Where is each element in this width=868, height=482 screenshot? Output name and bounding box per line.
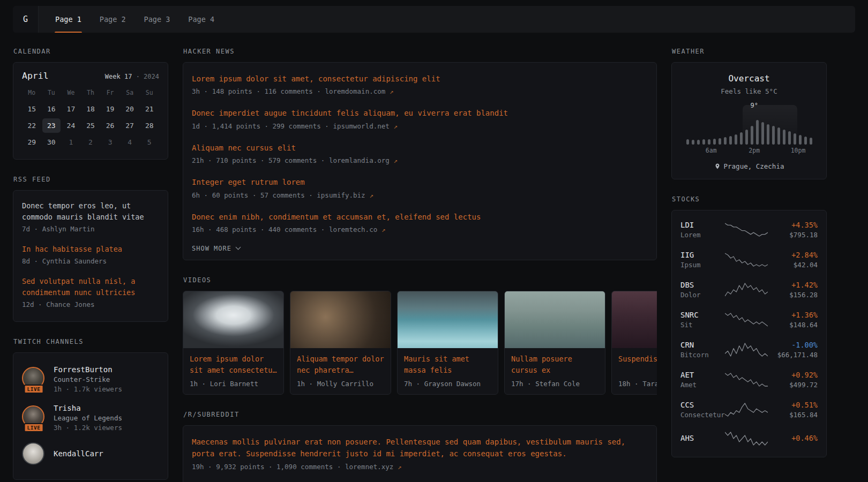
- stock-change: +4.35%: [768, 221, 818, 229]
- video-thumbnail: [183, 291, 283, 348]
- page-tab[interactable]: Page 3: [135, 6, 179, 33]
- weekday-label: Mo: [22, 89, 42, 101]
- stock-sparkline: [725, 282, 768, 298]
- stock-row[interactable]: SNRC Sit +1.36% $148.64: [680, 305, 818, 335]
- calendar-day: 27: [121, 118, 139, 133]
- video-title[interactable]: Aliquam tempor dolor nec pharetra…: [297, 353, 384, 376]
- calendar-day: 17: [62, 102, 80, 116]
- video-title[interactable]: Lorem ipsum dolor sit amet consectetu…: [190, 353, 277, 376]
- separator-dot: ·: [309, 191, 317, 199]
- time-label: 10pm: [791, 147, 806, 154]
- calendar-day: 29: [23, 135, 41, 149]
- video-card[interactable]: Mauris sit amet massa felis 7h · Grayson…: [397, 291, 498, 395]
- channel-game: League of Legends: [54, 414, 122, 422]
- video-card[interactable]: Nullam posuere cursus ex 17h · Stefan Co…: [504, 291, 605, 395]
- app-logo[interactable]: G: [13, 6, 39, 33]
- video-title[interactable]: Nullam posuere cursus ex: [511, 353, 598, 376]
- item-stats: 21h · 710 points · 579 comments: [192, 156, 317, 164]
- rss-item-meta: 7d · Ashlyn Martin: [22, 225, 159, 233]
- stock-row[interactable]: CCS Consectetur +0.51% $165.84: [680, 395, 818, 425]
- calendar-day: 3: [101, 135, 119, 149]
- source-link[interactable]: loremlandia.org: [329, 156, 390, 164]
- calendar-header: April Week 17 · 2024: [22, 71, 159, 81]
- stock-change: +1.36%: [768, 311, 818, 319]
- stock-sparkline: [725, 342, 768, 358]
- stock-row[interactable]: AET Amet +0.92% $499.72: [680, 365, 818, 395]
- videos-widget: VIDEOS Lorem ipsum dolor sit amet consec…: [183, 276, 657, 395]
- source-link[interactable]: ipsumworld.net: [333, 122, 389, 130]
- source-link[interactable]: loremdomain.com: [325, 87, 385, 95]
- calendar-day: 21: [140, 102, 159, 116]
- page-tab[interactable]: Page 2: [91, 6, 135, 33]
- video-title[interactable]: Mauris sit amet massa felis: [404, 353, 491, 376]
- source-link[interactable]: ipsumify.biz: [317, 191, 365, 199]
- hackernews-section-title: HACKER NEWS: [183, 48, 657, 55]
- stock-price: $795.18: [768, 231, 818, 239]
- rss-item-title[interactable]: In hac habitasse platea: [22, 244, 159, 255]
- twitch-channel-row[interactable]: KendallCarr: [22, 437, 159, 472]
- page-tab[interactable]: Page 1: [46, 6, 91, 33]
- rss-item-title[interactable]: Donec tempor eros leo, ut commodo mauris…: [22, 200, 159, 223]
- hackernews-item-title[interactable]: Donec enim nibh, condimentum et accumsan…: [192, 211, 648, 223]
- stock-row[interactable]: LDI Lorem +4.35% $795.18: [680, 215, 818, 245]
- video-thumbnail: [505, 291, 605, 348]
- stock-name: Sit: [680, 321, 725, 329]
- weather-bar: [740, 132, 743, 145]
- external-link-icon: ↗: [393, 156, 398, 164]
- video-card[interactable]: Lorem ipsum dolor sit amet consectetu… 1…: [183, 291, 284, 395]
- video-title[interactable]: Suspendisse diam: [618, 353, 657, 376]
- hackernews-show-more-button[interactable]: SHOW MORE: [192, 245, 240, 252]
- weather-hourly-chart: 9° 6am 2pm 10pm: [684, 105, 814, 154]
- hackernews-item-title[interactable]: Aliquam nec cursus elit: [192, 142, 648, 154]
- stock-change: -1.00%: [768, 341, 818, 349]
- page-tab[interactable]: Page 4: [179, 6, 223, 33]
- source-link[interactable]: loremnet.xyz: [345, 463, 393, 471]
- stock-name: Consectetur: [680, 411, 725, 419]
- hackernews-item-title[interactable]: Donec imperdiet augue tincidunt felis al…: [192, 107, 648, 119]
- stock-ticker: CCS: [680, 401, 725, 409]
- stock-row[interactable]: DBS Dolor +1.42% $156.28: [680, 275, 818, 305]
- stock-sparkline: [725, 431, 768, 447]
- stock-row[interactable]: CRN Bitcorn -1.00% $66,171.48: [680, 335, 818, 365]
- stock-ticker: CRN: [680, 341, 725, 349]
- videos-row: Lorem ipsum dolor sit amet consectetu… 1…: [183, 291, 657, 395]
- stock-change: +0.92%: [768, 371, 818, 379]
- source-link[interactable]: loremtech.co: [329, 225, 377, 234]
- twitch-channel-row[interactable]: LIVE Trisha League of Legends 3h · 1.2k …: [22, 398, 159, 437]
- stock-change: +2.84%: [768, 251, 818, 259]
- stock-id: AET Amet: [680, 371, 725, 389]
- item-stats: 19h · 9,932 points · 1,090 comments: [192, 463, 333, 471]
- stock-price: $165.84: [768, 411, 818, 419]
- twitch-channel-row[interactable]: LIVE ForrestBurton Counter-Strike 1h · 1…: [22, 360, 159, 398]
- rss-item-title[interactable]: Sed volutpat nulla nisl, a condimentum n…: [22, 276, 159, 298]
- video-card[interactable]: Suspendisse diam 18h · Tara: [611, 291, 657, 395]
- subreddit-item-title[interactable]: Maecenas mollis pulvinar erat non posuer…: [192, 436, 648, 460]
- rss-section-title: RSS FEED: [13, 176, 168, 183]
- stock-ticker: AHS: [680, 434, 725, 442]
- stock-price: $499.72: [768, 381, 818, 389]
- channel-name: KendallCarr: [54, 449, 103, 458]
- weekday-label: Sa: [120, 89, 140, 101]
- stock-row[interactable]: AHS +0.46%: [680, 425, 818, 453]
- hackernews-item-title[interactable]: Lorem ipsum dolor sit amet, consectetur …: [192, 73, 648, 85]
- weekday-label: We: [61, 89, 81, 101]
- separator-dot: ·: [136, 73, 140, 80]
- hackernews-item-title[interactable]: Integer eget rutrum lorem: [192, 176, 648, 188]
- video-card[interactable]: Aliquam tempor dolor nec pharetra… 1h · …: [290, 291, 391, 395]
- weather-bar: [729, 136, 732, 145]
- rss-item-meta: 8d · Cynthia Saunders: [22, 257, 159, 265]
- channel-meta: 3h · 1.2k viewers: [54, 424, 122, 432]
- stock-id: SNRC Sit: [680, 311, 725, 329]
- subreddit-item-meta: 19h · 9,932 points · 1,090 comments · lo…: [192, 463, 648, 471]
- stock-id: CCS Consectetur: [680, 401, 725, 419]
- stock-ticker: AET: [680, 371, 725, 379]
- external-link-icon: ↗: [398, 463, 402, 471]
- item-stats: 1d · 1,414 points · 299 comments: [192, 122, 321, 130]
- calendar-day: 28: [140, 118, 159, 133]
- separator-dot: ·: [321, 225, 329, 234]
- stock-row[interactable]: IIG Ipsum +2.84% $42.04: [680, 245, 818, 275]
- weather-bar: [692, 140, 694, 145]
- calendar-month: April: [22, 71, 49, 81]
- weather-card: Overcast Feels like 5°C 9° 6am 2pm 10pm: [671, 62, 827, 179]
- stock-id: AHS: [680, 434, 725, 444]
